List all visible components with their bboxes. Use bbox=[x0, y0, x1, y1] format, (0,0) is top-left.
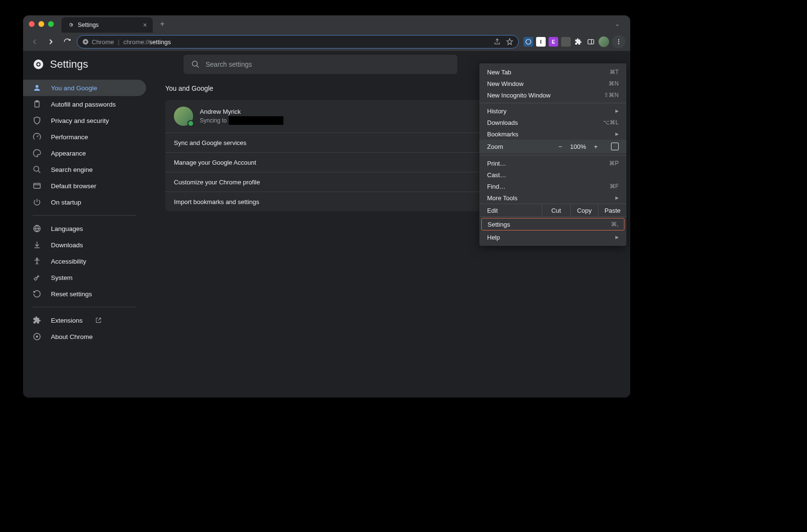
edit-paste-button[interactable]: Paste bbox=[598, 204, 626, 217]
sidebar-item-system[interactable]: System bbox=[23, 269, 146, 286]
maximize-window-button[interactable] bbox=[48, 21, 54, 27]
sidebar-item-extensions[interactable]: Extensions bbox=[23, 312, 146, 328]
side-panel-button[interactable] bbox=[586, 37, 596, 47]
tab-title: Settings bbox=[78, 22, 98, 28]
menu-label: More Tools bbox=[487, 194, 517, 202]
chrome-menu-dropdown: New Tab ⌘T New Window ⌘N New Incognito W… bbox=[479, 63, 626, 246]
settings-sidebar: You and Google Autofill and passwords Pr… bbox=[23, 51, 146, 398]
close-window-button[interactable] bbox=[29, 21, 35, 27]
tab-search-button[interactable]: ⌄ bbox=[610, 18, 624, 30]
menu-item-bookmarks[interactable]: Bookmarks ▶ bbox=[479, 128, 626, 140]
menu-item-settings[interactable]: Settings ⌘, bbox=[481, 218, 624, 230]
extensions-button[interactable] bbox=[574, 37, 583, 47]
new-tab-button[interactable]: + bbox=[156, 17, 169, 31]
address-bar[interactable]: Chrome | chrome://settings bbox=[77, 35, 519, 48]
profile-avatar-button[interactable] bbox=[599, 36, 609, 47]
bookmark-star-icon[interactable] bbox=[506, 38, 514, 46]
site-info[interactable]: Chrome bbox=[82, 38, 114, 46]
omnibox-url: chrome://settings bbox=[123, 38, 171, 46]
extension-icon-2[interactable]: I bbox=[536, 37, 546, 47]
menu-shortcut: ⌘F bbox=[610, 183, 619, 190]
sidebar-item-on-startup[interactable]: On startup bbox=[23, 194, 146, 210]
forward-button[interactable] bbox=[44, 35, 58, 48]
edit-copy-button[interactable]: Copy bbox=[570, 204, 599, 217]
sidebar-item-label: About Chrome bbox=[51, 333, 93, 340]
user-icon bbox=[33, 84, 41, 92]
sidebar-item-you-and-google[interactable]: You and Google bbox=[23, 80, 146, 96]
sidebar-item-label: Default browser bbox=[51, 182, 97, 190]
menu-item-find[interactable]: Find… ⌘F bbox=[479, 181, 626, 192]
sidebar-item-reset[interactable]: Reset settings bbox=[23, 286, 146, 302]
back-button[interactable] bbox=[28, 35, 41, 48]
search-placeholder: Search settings bbox=[206, 60, 252, 68]
sidebar-item-label: Appearance bbox=[51, 150, 86, 157]
page-title: Settings bbox=[50, 58, 88, 71]
menu-label: New Incognito Window bbox=[487, 92, 550, 99]
submenu-arrow-icon: ▶ bbox=[615, 235, 619, 240]
menu-divider bbox=[479, 155, 626, 156]
sidebar-item-label: Search engine bbox=[51, 166, 93, 173]
svg-point-11 bbox=[192, 61, 197, 66]
sidebar-item-label: Extensions bbox=[51, 317, 83, 324]
globe-icon bbox=[33, 224, 41, 233]
menu-item-new-tab[interactable]: New Tab ⌘T bbox=[479, 66, 626, 78]
reload-button[interactable] bbox=[61, 35, 74, 48]
profile-avatar bbox=[174, 107, 193, 126]
menu-item-new-window[interactable]: New Window ⌘N bbox=[479, 78, 626, 89]
row-label: Customize your Chrome profile bbox=[174, 179, 260, 186]
sidebar-item-about[interactable]: About Chrome bbox=[23, 328, 146, 345]
kebab-icon bbox=[615, 38, 622, 45]
shield-icon bbox=[33, 116, 41, 125]
menu-shortcut: ⌘P bbox=[609, 160, 619, 167]
edit-cut-button[interactable]: Cut bbox=[542, 204, 570, 217]
sidebar-item-search-engine[interactable]: Search engine bbox=[23, 161, 146, 178]
chrome-menu-button[interactable] bbox=[612, 35, 625, 48]
menu-item-more-tools[interactable]: More Tools ▶ bbox=[479, 192, 626, 204]
panel-icon bbox=[587, 38, 595, 46]
menu-item-new-incognito[interactable]: New Incognito Window ⇧⌘N bbox=[479, 89, 626, 101]
sidebar-item-appearance[interactable]: Appearance bbox=[23, 145, 146, 161]
settings-search-input[interactable]: Search settings bbox=[183, 55, 457, 74]
svg-point-6 bbox=[618, 41, 619, 42]
browser-tab[interactable]: Settings × bbox=[61, 17, 153, 33]
sidebar-item-label: On startup bbox=[51, 199, 81, 206]
puzzle-icon bbox=[33, 316, 41, 325]
menu-item-cast[interactable]: Cast… bbox=[479, 169, 626, 181]
share-icon[interactable] bbox=[493, 38, 501, 46]
sync-status-icon bbox=[187, 120, 194, 127]
sidebar-item-autofill[interactable]: Autofill and passwords bbox=[23, 96, 146, 112]
menu-item-downloads[interactable]: Downloads ⌥⌘L bbox=[479, 117, 626, 128]
sidebar-item-accessibility[interactable]: Accessibility bbox=[23, 253, 146, 269]
minimize-window-button[interactable] bbox=[38, 21, 44, 27]
sidebar-item-downloads[interactable]: Downloads bbox=[23, 237, 146, 253]
arrow-right-icon bbox=[47, 37, 55, 46]
arrow-left-icon bbox=[30, 37, 39, 46]
row-label: Import bookmarks and settings bbox=[174, 198, 259, 206]
menu-label: Cast… bbox=[487, 171, 506, 179]
sidebar-item-label: Autofill and passwords bbox=[51, 101, 116, 108]
sidebar-item-default-browser[interactable]: Default browser bbox=[23, 178, 146, 194]
zoom-out-button[interactable]: − bbox=[559, 143, 562, 150]
profile-sync-label: Syncing to bbox=[200, 116, 283, 125]
sidebar-divider bbox=[33, 307, 136, 307]
sidebar-item-languages[interactable]: Languages bbox=[23, 220, 146, 237]
menu-item-history[interactable]: History ▶ bbox=[479, 105, 626, 117]
browser-icon bbox=[33, 181, 41, 190]
menu-item-help[interactable]: Help ▶ bbox=[479, 231, 626, 243]
menu-label: New Window bbox=[487, 80, 524, 87]
extension-icon-4[interactable] bbox=[561, 37, 571, 47]
fullscreen-button[interactable] bbox=[611, 143, 619, 150]
extension-icon-1[interactable] bbox=[524, 37, 533, 47]
menu-label: Bookmarks bbox=[487, 131, 518, 138]
extension-icon-3[interactable]: E bbox=[549, 37, 558, 47]
zoom-in-button[interactable]: + bbox=[594, 143, 598, 150]
sidebar-item-performance[interactable]: Performance bbox=[23, 129, 146, 145]
sidebar-item-label: Privacy and security bbox=[51, 117, 109, 124]
sidebar-item-privacy[interactable]: Privacy and security bbox=[23, 112, 146, 129]
sidebar-item-label: Languages bbox=[51, 225, 83, 232]
menu-label: Print… bbox=[487, 160, 506, 167]
svg-point-16 bbox=[34, 166, 39, 171]
chrome-icon bbox=[33, 332, 41, 341]
close-tab-button[interactable]: × bbox=[143, 21, 147, 29]
menu-item-print[interactable]: Print… ⌘P bbox=[479, 157, 626, 169]
